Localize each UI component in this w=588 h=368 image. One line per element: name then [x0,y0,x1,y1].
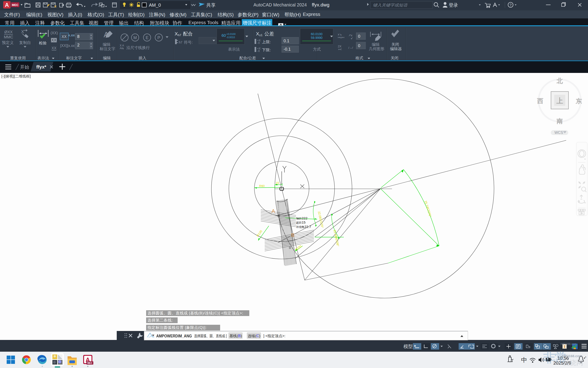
svg-text:AM_0: AM_0 [149,2,161,8]
svg-text:上限:: 上限: [262,40,271,44]
svg-text:共享: 共享 [206,2,216,8]
svg-text:表示法: 表示法 [37,56,49,60]
svg-text:编辑: 编辑 [103,42,111,47]
svg-text:南: 南 [557,118,563,125]
svg-text:方式: 方式 [313,47,321,52]
svg-text:x.xx: x.xx [68,33,75,37]
svg-text:↦x↤: ↦x↤ [338,36,344,39]
svg-text:] <指定顶点>:: ] <指定顶点>: [263,334,285,338]
svg-text:AMPOWERDIM_ANG: AMPOWERDIM_ANG [156,334,192,338]
svg-text:复制自: 复制自 [19,40,31,45]
svg-text:补偿角22.7: 补偿角22.7 [296,225,311,229]
svg-text:X: X [21,29,24,34]
svg-text:编辑器: 编辑器 [390,47,402,51]
svg-text:A⇆: A⇆ [120,47,124,50]
svg-text:MEC: MEC [12,3,19,7]
svg-text:标注文字: 标注文字 [66,56,82,60]
svg-text:中: 中 [521,357,527,363]
svg-text:几何图形: 几何图形 [369,47,384,51]
svg-text:配合/公差: 配合/公差 [239,56,256,60]
svg-text:XX: XX [52,46,57,50]
svg-text:↙: ↙ [351,36,353,40]
svg-text:P: P [158,36,160,40]
svg-text:[XX]: [XX] [60,44,67,48]
svg-text:R135: R135 [256,230,263,237]
svg-text:ffyx.dwg: ffyx.dwg [312,2,330,7]
svg-text:(XX): (XX) [51,31,58,35]
svg-text:A: A [272,208,275,214]
svg-text:表示法: 表示法 [228,47,240,52]
svg-text:MEC: MEC [87,362,92,364]
svg-text:上: 上 [556,97,563,104]
svg-text:A: A [5,2,9,8]
svg-text:X±1公差: X±1公差 [256,31,274,37]
svg-text:检验: 检验 [39,41,47,45]
svg-text:-0.1: -0.1 [283,47,291,52]
svg-text:h7: h7 [179,40,183,44]
svg-text:北: 北 [557,77,563,84]
svg-text:↦!: ↦! [338,48,342,51]
svg-text:E: E [146,36,149,40]
svg-text:0.1: 0.1 [283,39,289,43]
svg-text:关闭: 关闭 [391,42,399,47]
svg-text:XX: XX [61,35,67,39]
svg-text:-0.0010: -0.0010 [226,36,235,39]
svg-text:选择圆弧、圆、直线或 [: 选择圆弧、圆、直线或 [ [194,334,227,338]
svg-text:XX: XX [52,38,57,42]
svg-text:西: 西 [537,98,544,104]
svg-text:WCS: WCS [554,131,563,135]
svg-text:超距15: 超距15 [296,220,306,224]
svg-text:B: B [291,232,295,238]
svg-text:基线(B): 基线(B) [229,334,242,338]
svg-text:+0.0100: +0.0100 [226,33,236,36]
svg-text:[x.xx]: [x.xx] [67,44,76,48]
svg-text:22.0837270°: 22.0837270° [317,211,324,228]
svg-text:开始: 开始 [20,65,29,70]
svg-text:符号:: 符号: [184,40,193,45]
svg-text:预定义: 预定义 [2,40,14,45]
svg-text:重复使用: 重复使用 [10,56,26,60]
svg-text:下限:: 下限: [262,48,271,52]
svg-text:插入: 插入 [139,56,146,60]
svg-text:0: 0 [358,44,360,48]
svg-text:标注文字: 标注文字 [99,47,115,51]
svg-text:ØXX: ØXX [4,30,13,34]
svg-text:60: 60 [221,33,226,38]
svg-text:25.7457276°: 25.7457276° [424,200,432,217]
svg-text:连续(C): 连续(C) [248,334,260,338]
svg-text:M: M [133,36,137,40]
svg-text:键入关键字或短语: 键入关键字或短语 [373,3,408,7]
svg-text:15: 15 [276,181,279,185]
svg-text:-X: -X [257,49,260,53]
svg-text:模型: 模型 [404,344,413,349]
svg-text:ffyx*: ffyx* [36,64,46,69]
svg-text:MMC: MMC [4,35,13,39]
svg-text:60.0100: 60.0100 [311,32,323,36]
svg-text:?: ? [510,3,512,7]
svg-text:沿尺寸线换行: 沿尺寸线换行 [126,46,150,50]
svg-text:Xh7配合: Xh7配合 [175,31,193,37]
svg-text:轴距222: 轴距222 [296,216,307,220]
svg-text:编辑: 编辑 [372,42,380,47]
svg-text:关闭: 关闭 [391,56,398,60]
svg-text:R60: R60 [259,184,265,188]
svg-text:-X: -X [257,41,260,45]
svg-text:AutoCAD Mechanical 2024: AutoCAD Mechanical 2024 [254,2,307,7]
svg-text:0: 0 [358,34,360,39]
svg-text:东: 东 [576,98,582,105]
svg-text:59.9990: 59.9990 [311,36,323,40]
svg-text:格式: 格式 [355,56,363,60]
svg-text:编辑: 编辑 [103,56,111,60]
svg-text:/→/: /→/ [348,46,353,49]
svg-text:登录: 登录 [449,2,458,8]
